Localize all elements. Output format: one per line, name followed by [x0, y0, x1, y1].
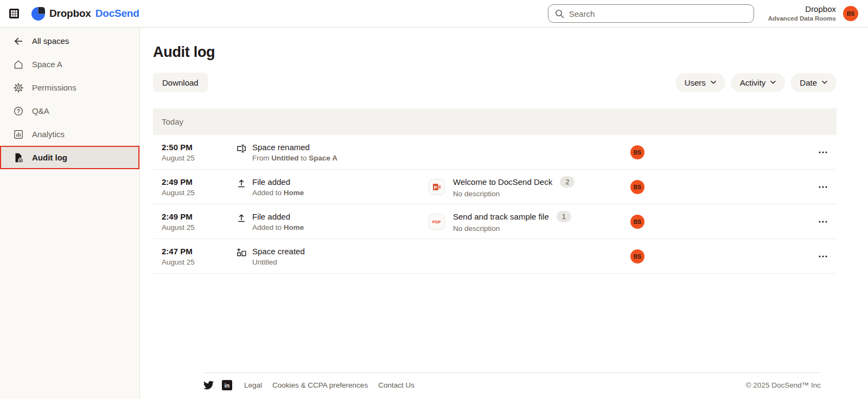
- footer-link-cookies[interactable]: Cookies & CCPA preferences: [272, 381, 368, 389]
- event-time: 2:49 PM: [162, 177, 236, 186]
- action-title: File added: [252, 212, 304, 221]
- search-input[interactable]: [548, 4, 754, 23]
- action-title: File added: [252, 177, 304, 186]
- brand-logo[interactable]: Dropbox DocSend: [31, 7, 139, 21]
- footer-link-contact[interactable]: Contact Us: [378, 381, 414, 389]
- document-count-badge: 1: [557, 211, 571, 222]
- home-icon: [13, 59, 24, 70]
- event-time: 2:50 PM: [162, 143, 236, 152]
- svg-text:in: in: [225, 382, 229, 389]
- page-title: Audit log: [153, 44, 837, 61]
- question-circle-icon: ?: [13, 106, 24, 117]
- chevron-down-icon: [770, 81, 776, 84]
- actor-avatar: BS: [630, 145, 644, 159]
- bar-chart-icon: [13, 129, 24, 140]
- sidebar-item-analytics[interactable]: Analytics: [0, 123, 139, 146]
- action-cell: Space created Untitled: [236, 247, 429, 266]
- upload-icon: [236, 213, 247, 223]
- log-row: 2:50 PM August 25 Space renamed From Unt…: [153, 135, 837, 170]
- document-name: Welcome to DocSend Deck: [453, 177, 552, 186]
- sidebar-item-label: All spaces: [32, 36, 69, 46]
- event-date: August 25: [162, 189, 236, 197]
- social-links: in: [203, 380, 232, 390]
- linkedin-icon[interactable]: in: [222, 380, 232, 390]
- top-bar: Dropbox DocSend Dropbox Advanced Data Ro…: [0, 0, 868, 28]
- rename-icon: [236, 143, 247, 154]
- document-name: Send and track sample file: [453, 212, 549, 221]
- event-date: August 25: [162, 154, 236, 162]
- action-detail: Added to Home: [252, 189, 304, 197]
- sidebar-item-label: Permissions: [32, 83, 76, 92]
- docsend-logo-icon: [31, 7, 45, 21]
- account-info: Dropbox Advanced Data Rooms: [768, 4, 836, 22]
- action-cell: File added Added to Home: [236, 177, 429, 197]
- sidebar-item-all-spaces[interactable]: All spaces: [0, 29, 139, 53]
- document-cell[interactable]: PDF Send and track sample file 1 No desc…: [429, 211, 630, 233]
- audit-document-icon: [13, 152, 24, 163]
- ellipsis-icon: [818, 220, 828, 223]
- sidebar-item-audit-log[interactable]: Audit log: [0, 146, 139, 169]
- action-cell: File added Added to Home: [236, 212, 429, 231]
- footer: in Legal Cookies & CCPA preferences Cont…: [203, 372, 821, 399]
- filter-date-button[interactable]: Date: [790, 73, 837, 92]
- row-menu-button[interactable]: [815, 185, 828, 189]
- ellipsis-icon: [818, 151, 828, 154]
- chevron-down-icon: [711, 81, 716, 84]
- gear-icon: [13, 82, 24, 93]
- filter-label: Date: [800, 78, 817, 87]
- document-description: No description: [453, 190, 575, 198]
- action-detail: Added to Home: [252, 223, 304, 231]
- main-content: Audit log Download Users Activity Date T: [140, 28, 868, 399]
- svg-text:?: ?: [17, 108, 20, 114]
- document-count-badge: 2: [560, 176, 575, 188]
- pdf-file-icon: PDF: [429, 214, 445, 230]
- chevron-down-icon: [822, 81, 827, 84]
- account-plan: Advanced Data Rooms: [768, 15, 836, 22]
- row-menu-button[interactable]: [815, 220, 828, 223]
- user-avatar[interactable]: BS: [843, 6, 858, 21]
- action-detail: Untitled: [252, 258, 305, 266]
- search-icon: [555, 9, 564, 18]
- space-created-icon: [236, 247, 247, 258]
- ellipsis-icon: [818, 255, 828, 258]
- svg-text:PDF: PDF: [432, 220, 441, 224]
- filter-activity-button[interactable]: Activity: [731, 73, 786, 92]
- actor-cell: BS: [630, 180, 815, 194]
- footer-links: Legal Cookies & CCPA preferences Contact…: [244, 381, 414, 389]
- event-date: August 25: [162, 223, 236, 231]
- actor-cell: BS: [630, 215, 815, 229]
- footer-link-legal[interactable]: Legal: [244, 381, 262, 389]
- action-title: Space renamed: [252, 143, 337, 152]
- actor-cell: BS: [630, 249, 815, 263]
- action-detail: From Untitled to Space A: [252, 154, 337, 162]
- log-row: 2:49 PM August 25 File added Added to Ho…: [153, 170, 837, 204]
- row-menu-button[interactable]: [815, 151, 828, 154]
- back-arrow-icon: [13, 36, 24, 47]
- document-cell[interactable]: P Welcome to DocSend Deck 2 No descripti…: [429, 176, 630, 198]
- actor-cell: BS: [630, 145, 815, 159]
- filter-users-button[interactable]: Users: [675, 73, 725, 92]
- row-menu-button[interactable]: [815, 255, 828, 258]
- download-button[interactable]: Download: [153, 73, 208, 92]
- sidebar-item-label: Space A: [32, 60, 62, 69]
- svg-text:P: P: [434, 184, 437, 190]
- account-org: Dropbox: [768, 4, 836, 15]
- upload-icon: [236, 178, 247, 189]
- sidebar-item-qa[interactable]: ? Q&A: [0, 99, 139, 123]
- action-title: Space created: [252, 247, 305, 256]
- filter-label: Activity: [740, 78, 766, 87]
- time-cell: 2:47 PM August 25: [162, 247, 236, 266]
- twitter-icon[interactable]: [203, 380, 214, 390]
- sidebar-item-permissions[interactable]: Permissions: [0, 76, 139, 99]
- actor-avatar: BS: [630, 180, 644, 194]
- actor-avatar: BS: [630, 215, 644, 229]
- sidebar-item-label: Q&A: [32, 106, 49, 115]
- actor-avatar: BS: [630, 249, 644, 263]
- date-group-header: Today: [153, 108, 837, 135]
- apps-grid-icon[interactable]: [9, 8, 20, 19]
- ellipsis-icon: [818, 185, 828, 189]
- sidebar-item-label: Analytics: [32, 130, 65, 139]
- event-date: August 25: [162, 258, 236, 266]
- sidebar-item-space-a[interactable]: Space A: [0, 53, 139, 76]
- log-row: 2:49 PM August 25 File added Added to Ho…: [153, 204, 837, 239]
